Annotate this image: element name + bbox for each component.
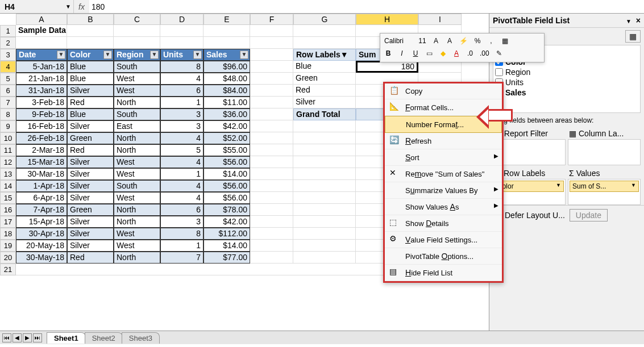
row-5[interactable]: 5 [0,73,16,85]
ctx-remove-sum-of-sales-[interactable]: ✕ Remove "Sum of Sales" [385,166,502,182]
name-box[interactable]: H4▼ [0,0,74,13]
update-button[interactable]: Update [570,209,608,221]
cell-A1[interactable]: Sample Data [16,25,67,37]
field-region-cb[interactable] [495,68,503,76]
last-sheet-icon[interactable]: ⏭ [33,333,42,342]
ctx-hide-field-list[interactable]: ▤ Hide Field List [385,265,502,281]
row-6[interactable]: 6 [0,85,16,97]
pt-item[interactable]: Blue [293,61,356,73]
comma-icon[interactable]: , [485,35,497,47]
filter-icon[interactable]: ▼ [103,51,112,59]
font-name[interactable]: Calibri [383,35,414,47]
ctx-value-field-settings-[interactable]: ⚙ Value Field Settings... [385,232,502,248]
cell[interactable]: 15-Apr-18 [16,216,67,228]
filter-icon[interactable]: ▼ [57,51,65,59]
pt-item[interactable]: Silver [293,97,356,108]
row-1[interactable]: 1 [0,25,16,37]
hdr-color[interactable]: Color▼ [67,49,114,61]
row-15[interactable]: 15 [0,192,16,204]
row-8[interactable]: 8 [0,108,16,120]
hdr-units[interactable]: Units▼ [160,49,203,61]
tab-sheet3[interactable]: Sheet3 [122,332,160,344]
cell[interactable]: 20-May-18 [16,240,67,252]
row-4[interactable]: 4 [0,61,16,73]
cell[interactable]: 16-Feb-18 [16,120,67,132]
row-13[interactable]: 13 [0,168,16,180]
fx-label[interactable]: fx [74,2,89,11]
ctx-refresh[interactable]: 🔄 Refresh [385,133,502,149]
field-region[interactable]: Region [505,68,530,77]
ctx-show-values-as[interactable]: Show Values As▶ [385,199,502,215]
values-drop[interactable]: Sum of S... [568,179,641,205]
col-I[interactable]: I [418,14,462,25]
column-drop[interactable] [568,139,641,165]
grow-font-icon[interactable]: A [430,35,442,47]
percent-icon[interactable]: % [472,35,483,47]
border-icon[interactable]: ▭ [423,48,435,59]
underline-icon[interactable]: U [410,48,421,59]
ctx-sort[interactable]: Sort▶ [385,149,502,166]
pt-row-labels[interactable]: Row Labels▼ [293,49,356,61]
cell[interactable]: 15-Mar-18 [16,156,67,168]
first-sheet-icon[interactable]: ⏮ [2,333,11,342]
col-D[interactable]: D [160,14,203,25]
dec-decimal-icon[interactable]: .00 [478,48,491,59]
close-icon[interactable]: × [636,16,641,25]
col-B[interactable]: B [67,14,114,25]
filter-icon[interactable]: ▼ [340,50,348,59]
row-16[interactable]: 16 [0,204,16,216]
hdr-sales[interactable]: Sales▼ [203,49,250,61]
filter-icon[interactable]: ▼ [150,51,159,59]
font-color-icon[interactable]: A [451,48,462,59]
cell[interactable]: 2-Mar-18 [16,144,67,156]
col-F[interactable]: F [250,14,293,25]
row-12[interactable]: 12 [0,156,16,168]
cell[interactable]: 9-Feb-18 [16,108,67,120]
row-11[interactable]: 11 [0,144,16,156]
format-painter-icon[interactable]: ✎ [493,48,505,59]
col-G[interactable]: G [293,14,356,25]
pt-item[interactable]: Green [293,73,356,85]
table-format-icon[interactable]: ▦ [499,35,510,47]
ctx-copy[interactable]: 📋 Copy [385,83,502,99]
filter-icon[interactable]: ▼ [193,51,202,59]
inc-decimal-icon[interactable]: .0 [464,48,476,59]
row-9[interactable]: 9 [0,120,16,132]
row-18[interactable]: 18 [0,228,16,240]
val-item-sum[interactable]: Sum of S... [570,181,639,192]
field-units[interactable]: Units [505,78,523,87]
quick-icon[interactable]: ⚡ [458,35,470,47]
cell[interactable]: 26-Feb-18 [16,132,67,144]
row-3[interactable]: 3 [0,49,16,61]
row-10[interactable]: 10 [0,132,16,144]
hdr-region[interactable]: Region▼ [114,49,160,61]
cell[interactable]: 3-Feb-18 [16,97,67,108]
cell[interactable]: 30-Mar-18 [16,168,67,180]
row-20[interactable]: 20 [0,252,16,264]
selected-cell[interactable]: 180 [356,61,418,73]
cell[interactable]: 7-Apr-18 [16,204,67,216]
italic-icon[interactable]: I [396,48,408,59]
row-item-color[interactable]: Color [495,181,564,192]
cell[interactable]: 30-Apr-18 [16,228,67,240]
filter-drop[interactable] [493,139,566,165]
tab-sheet2[interactable]: Sheet2 [85,332,123,344]
col-H[interactable]: H [356,14,418,25]
filter-icon[interactable]: ▼ [240,51,248,59]
row-2[interactable]: 2 [0,37,16,49]
cell[interactable]: 6-Apr-18 [16,192,67,204]
ctx-summarize-values-by[interactable]: Summarize Values By▶ [385,182,502,199]
hdr-date[interactable]: Date▼ [16,49,67,61]
layout-icon[interactable]: ▦ [625,30,641,43]
field-sales[interactable]: Sales [505,88,526,97]
row-14[interactable]: 14 [0,180,16,192]
shrink-font-icon[interactable]: A [444,35,455,47]
cell[interactable]: 31-Jan-18 [16,85,67,97]
bold-icon[interactable]: B [383,48,394,59]
tab-sheet1[interactable]: Sheet1 [47,332,86,344]
ctx-show-details[interactable]: ⬚ Show Details [385,215,502,232]
font-size[interactable]: 11 [417,35,428,47]
cell[interactable]: 1-Apr-18 [16,180,67,192]
row-drop[interactable]: Color [493,179,566,205]
prev-sheet-icon[interactable]: ◀ [13,333,22,342]
